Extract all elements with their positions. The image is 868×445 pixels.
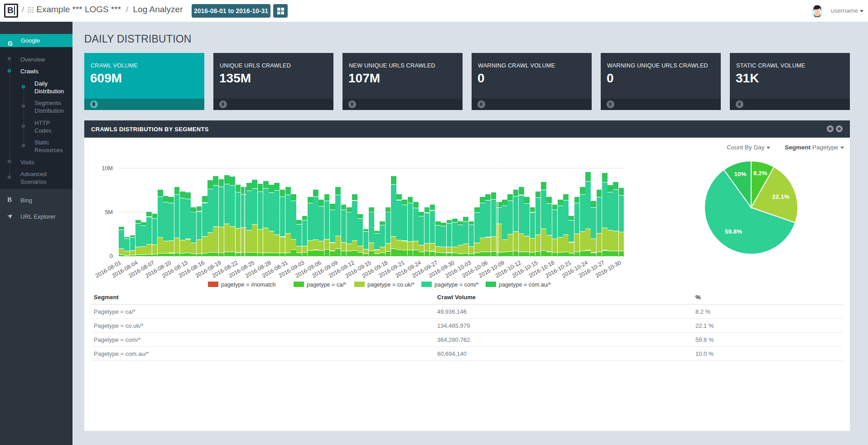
svg-text:pagetype = ca/*: pagetype = ca/* [307, 282, 346, 288]
svg-text:pagetype = co.uk/*: pagetype = co.uk/* [367, 282, 415, 288]
svg-text:pagetype = com.au/*: pagetype = com.au/* [499, 282, 551, 288]
svg-text:10M: 10M [102, 165, 113, 172]
svg-text:59.8%: 59.8% [725, 228, 742, 235]
svg-text:0: 0 [110, 253, 113, 259]
svg-text:pagetype = com/*: pagetype = com/* [434, 282, 479, 288]
svg-text:5M: 5M [105, 209, 113, 215]
svg-text:pagetype = #nomatch: pagetype = #nomatch [221, 282, 276, 288]
svg-text:10%: 10% [734, 171, 746, 177]
svg-text:22.1%: 22.1% [772, 193, 789, 200]
svg-text:8.2%: 8.2% [753, 170, 767, 177]
